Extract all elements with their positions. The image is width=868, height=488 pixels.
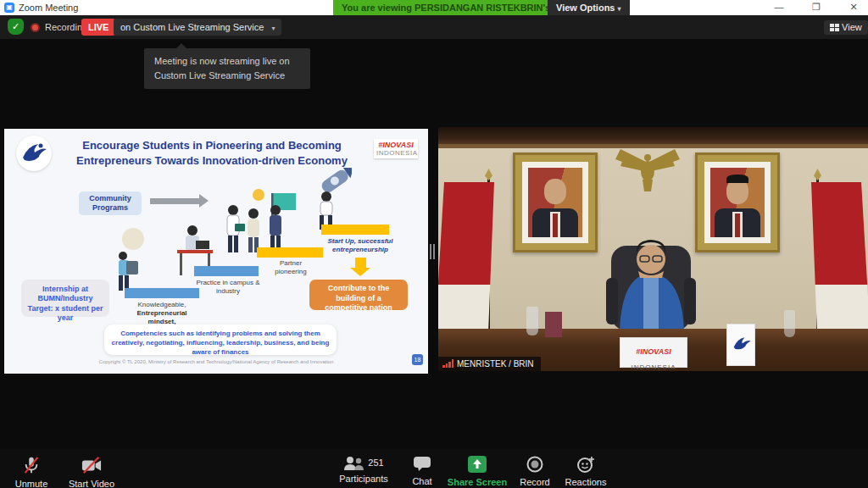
- arrow-right-icon: [150, 198, 199, 204]
- panel-divider-handle[interactable]: [430, 244, 435, 259]
- tooltip-line2: Custom Live Streaming Service: [154, 69, 310, 83]
- president-portrait: [513, 152, 598, 252]
- ristekbrin-desk-sign: [726, 324, 755, 366]
- step-knowledgeable: [125, 288, 199, 298]
- partner-label: Partner pioneering: [265, 259, 316, 276]
- glass: [526, 307, 538, 336]
- chevron-down-icon: ▾: [618, 5, 621, 13]
- start-video-button[interactable]: Start Video: [64, 456, 119, 488]
- tooltip-arrow: [176, 43, 186, 48]
- chevron-down-icon: ▾: [271, 25, 275, 32]
- startup-label: Start Up, successful entrepreneurship: [326, 237, 394, 255]
- slide-copyright: Copyright © TL 2020, Ministry of Researc…: [4, 359, 428, 364]
- step-partner: [257, 247, 323, 258]
- nameplate-label: MENRISTEK / BRIN: [457, 359, 534, 369]
- view-button-label: View: [842, 22, 862, 32]
- view-options-label: View Options: [556, 3, 615, 13]
- step-startup: [321, 225, 389, 235]
- reactions-smiley-icon: [577, 456, 595, 473]
- speaker-video-panel: #INOVASI INDONESIA MENRISTEK / BRIN: [438, 127, 868, 371]
- tooltip-line1: Meeting is now streaming live on: [154, 54, 310, 69]
- internship-target-box: Internship at BUMN/Industry Target: x st…: [21, 280, 109, 317]
- person-with-lightbulb-illustration: [111, 224, 148, 293]
- unmute-label: Unmute: [7, 479, 56, 488]
- community-programs-box: Community Programs: [79, 191, 142, 215]
- share-screen-label: Share Screen: [446, 477, 509, 487]
- streaming-tooltip: Meeting is now streaming live on Custom …: [144, 48, 310, 89]
- view-options-button[interactable]: View Options ▾: [548, 0, 630, 15]
- security-shield-icon[interactable]: ✓: [8, 19, 24, 35]
- reactions-button[interactable]: Reactions: [561, 456, 610, 487]
- wall-wood-trim: [438, 127, 868, 144]
- view-layout-button[interactable]: View: [824, 20, 868, 35]
- recording-indicator-icon: [31, 23, 40, 32]
- connection-bars-icon: [442, 359, 454, 368]
- share-screen-button[interactable]: Share Screen: [446, 456, 509, 487]
- chat-button[interactable]: Chat: [405, 456, 439, 486]
- ristekbrin-logo-icon: [16, 136, 52, 171]
- chat-label: Chat: [405, 476, 439, 486]
- person-with-rocket-illustration: [308, 166, 352, 230]
- close-button[interactable]: ✕: [839, 0, 868, 15]
- window-titlebar: ▣ Zoom Meeting You are viewing PERSIDANG…: [0, 0, 868, 15]
- live-stream-service-dropdown[interactable]: on Custom Live Streaming Service ▾: [114, 19, 281, 36]
- camera-off-icon: [81, 456, 102, 474]
- contribute-box: Contribute to the building of a competit…: [309, 280, 408, 310]
- unmute-button[interactable]: Unmute: [7, 456, 56, 488]
- practice-label: Practice in campus & industry: [196, 279, 260, 296]
- bottom-toolbar: Unmute Start Video 251 Participants Chat: [0, 449, 868, 488]
- window-title: Zoom Meeting: [19, 3, 78, 13]
- share-screen-icon: [468, 456, 487, 473]
- inovasi-indonesia-logo: #INOVASI INDONESIA: [374, 139, 418, 158]
- participants-icon: [343, 456, 365, 471]
- stream-service-label: on Custom Live Streaming Service: [120, 22, 264, 32]
- inovasi-desk-card: #INOVASI INDONESIA: [620, 337, 687, 368]
- restore-button[interactable]: ❐: [802, 0, 831, 15]
- slide-page-number: 18: [412, 354, 423, 365]
- record-label: Record: [514, 477, 556, 487]
- zoom-app-icon: ▣: [4, 3, 14, 13]
- participants-button[interactable]: 251 Participants: [336, 456, 392, 484]
- live-badge: LIVE: [81, 19, 115, 36]
- step-practice: [194, 266, 259, 276]
- garuda-emblem: [614, 147, 682, 197]
- reactions-label: Reactions: [561, 477, 610, 487]
- tissue-box: [545, 312, 562, 337]
- record-button[interactable]: Record: [514, 456, 556, 487]
- glass: [784, 310, 795, 337]
- start-video-label: Start Video: [64, 479, 119, 488]
- participants-label: Participants: [336, 474, 392, 484]
- participants-count: 251: [368, 458, 383, 468]
- shared-screen-slide: Encourage Students in Pioneering and Bec…: [4, 129, 428, 374]
- record-icon: [526, 456, 543, 473]
- meeting-top-bar: ✓ Recording LIVE on Custom Live Streamin…: [0, 15, 868, 39]
- speaker-person: [587, 227, 715, 333]
- arrow-down-icon: [355, 258, 366, 268]
- slide-title: Encourage Students in Pioneering and Bec…: [64, 138, 360, 168]
- chat-bubble-icon: [413, 456, 431, 472]
- microphone-muted-icon: [22, 456, 41, 474]
- minimize-button[interactable]: —: [765, 0, 793, 15]
- grid-view-icon: [830, 24, 839, 31]
- speaker-nameplate: MENRISTEK / BRIN: [438, 357, 541, 371]
- competencies-box: Competencies such as identifying problem…: [104, 324, 337, 355]
